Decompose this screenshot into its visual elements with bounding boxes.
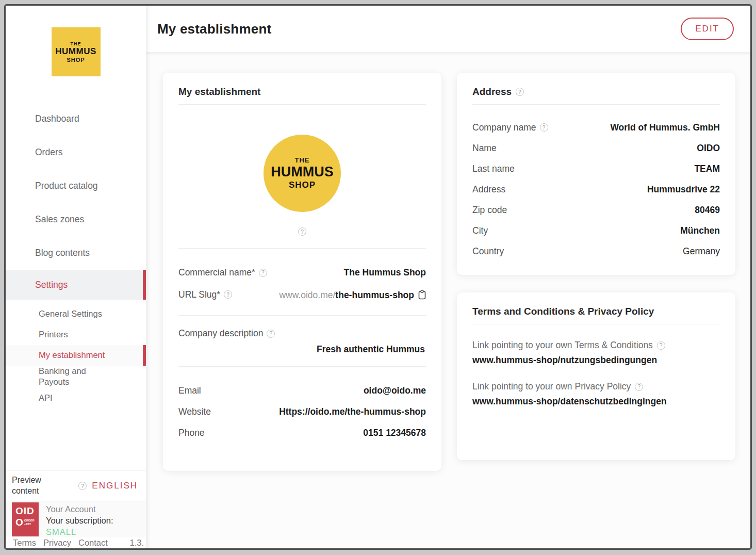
phone-row: Phone 0151 12345678 [178,422,426,444]
name-label: Name [472,143,497,154]
sidebar-subitem-label: My establishment [39,350,105,361]
url-slug-prefix: www.oido.me/ [279,290,335,300]
main-area: My establishment EDIT My establishment T… [146,6,750,548]
name-row: Name OIDO [472,138,720,158]
privacy-link-value: www.hummus-shop/datenschutzbedingingen [472,396,720,407]
company-name-label: Company name ? [472,122,548,133]
terms-link-block: Link pointing to your own Terms & Condit… [472,340,720,366]
help-icon[interactable]: ? [540,123,548,132]
sidebar-item-orders[interactable]: Orders [6,136,146,169]
sidebar-nav: Dashboard Orders Product catalog Sales z… [6,102,146,300]
sidebar-item-label: Orders [35,147,62,158]
sidebar-bottom: Preview content ? ENGLISH OID O ORDER +P… [6,470,146,548]
terms-link[interactable]: Terms [13,538,36,548]
last-name-row: Last name TEAM [472,158,720,179]
logo-text: SHOP [289,180,316,190]
oido-logo: OID O ORDER +PAY [12,502,39,536]
terms-link-label: Link pointing to your own Terms & Condit… [472,340,720,351]
phone-label: Phone [178,428,205,438]
logo-text: THE [295,156,310,164]
street-address-value: Hummusdrive 22 [647,184,720,195]
company-description-value: Fresh authentic Hummus [178,344,426,355]
company-name-row: Company name ? World of Hummus. GmbH [472,117,720,138]
help-icon[interactable]: ? [516,88,524,96]
sidebar-subitem-label: General Settings [39,308,102,319]
page-title: My establishment [157,21,271,37]
contact-link[interactable]: Contact [78,538,108,548]
city-value: München [680,225,720,236]
sidebar-subitem-banking-payouts[interactable]: Banking and Payouts [6,366,146,388]
sidebar-subitem-printers[interactable]: Printers [6,324,146,345]
sidebar-item-label: Blog contents [35,248,90,258]
sidebar-subitem-label: Banking and Payouts [39,366,103,388]
name-value: OIDO [697,143,720,154]
sidebar-subitem-my-establishment[interactable]: My establishment [6,345,146,366]
help-icon[interactable]: ? [224,290,232,299]
sidebar-item-settings[interactable]: Settings [6,270,146,300]
sidebar-subitem-general-settings[interactable]: General Settings [6,304,146,324]
street-address-row: Address Hummusdrive 22 [472,179,720,200]
address-card-title: Address ? [472,86,720,105]
preview-content-label: Preview content [12,475,55,497]
terms-card-title: Terms and Conditions & Privacy Policy [472,306,720,324]
zip-code-value: 80469 [695,205,720,216]
commercial-name-value: The Hummus Shop [344,267,426,278]
account-row: OID O ORDER +PAY Your Account Your subsc… [6,501,146,537]
help-icon[interactable]: ? [259,269,267,277]
email-row: Email oido@oido.me [178,380,426,401]
last-name-label: Last name [472,164,515,174]
copy-icon[interactable] [418,290,426,300]
url-slug-value: www.oido.me/the-hummus-shop [279,288,426,301]
zip-code-label: Zip code [472,205,507,216]
sidebar-item-product-catalog[interactable]: Product catalog [6,169,146,203]
address-card: Address ? Company name ? World of Hummus… [457,73,735,275]
settings-subnav: General Settings Printers My establishme… [6,304,146,409]
page-content: My establishment THE HUMMUS SHOP ? Comme… [146,52,750,548]
privacy-link[interactable]: Privacy [43,538,71,548]
shop-logo-line2: HUMMUS [55,46,96,57]
phone-value: 0151 12345678 [363,428,426,438]
divider [178,315,426,316]
establishment-logo-image[interactable]: THE HUMMUS SHOP [264,135,341,212]
help-icon[interactable]: ? [78,482,87,490]
country-label: Country [472,246,504,257]
help-icon[interactable]: ? [635,383,643,391]
address-rows: Company name ? World of Hummus. GmbH Nam… [472,117,720,262]
help-icon[interactable]: ? [267,330,275,338]
city-label: City [472,225,488,236]
account-text: Your Account Your subscription: SMALL [39,501,113,537]
help-icon[interactable]: ? [657,341,665,350]
sidebar-subitem-api[interactable]: API [6,388,146,409]
email-value: oido@oido.me [364,385,426,396]
help-icon[interactable]: ? [298,227,306,236]
sidebar-item-dashboard[interactable]: Dashboard [6,102,146,136]
sidebar-item-blog-contents[interactable]: Blog contents [6,236,146,270]
sidebar-item-sales-zones[interactable]: Sales zones [6,203,146,236]
website-row: Website Https://oido.me/the-hummus-shop [178,401,426,422]
app-window: THE HUMMUS SHOP Dashboard Orders Product… [4,4,752,550]
oido-logo-text: OID [15,506,36,516]
sidebar-subitem-label: Printers [39,329,68,340]
edit-button[interactable]: EDIT [681,18,734,40]
establishment-card: My establishment THE HUMMUS SHOP ? Comme… [163,73,441,471]
commercial-name-label: Commercial name* ? [178,267,267,278]
version-label: 1.3. [129,538,144,548]
language-selector[interactable]: ENGLISH [92,481,138,491]
contact-group: Email oido@oido.me Website Https://oido.… [178,380,426,444]
zip-code-row: Zip code 80469 [472,200,720,220]
sidebar-footer: Terms Privacy Contact 1.3. [6,537,146,548]
privacy-link-label: Link pointing to your own Privacy Policy… [472,381,720,392]
sidebar-item-label: Sales zones [35,214,84,225]
establishment-card-title: My establishment [178,86,426,105]
url-slug-label: URL Slug* ? [178,289,232,300]
company-description-label: Company description ? [178,328,426,339]
right-column: Address ? Company name ? World of Hummus… [457,73,735,460]
oido-logo-text: O [15,517,23,527]
email-label: Email [178,385,201,396]
subscription-value[interactable]: SMALL [46,527,113,537]
subscription-label: Your subscription: [46,516,113,526]
city-row: City München [472,220,720,241]
oido-logo-tagline: ORDER +PAY [24,519,35,525]
your-account-link[interactable]: Your Account [46,504,113,514]
country-value: Germany [683,246,720,257]
